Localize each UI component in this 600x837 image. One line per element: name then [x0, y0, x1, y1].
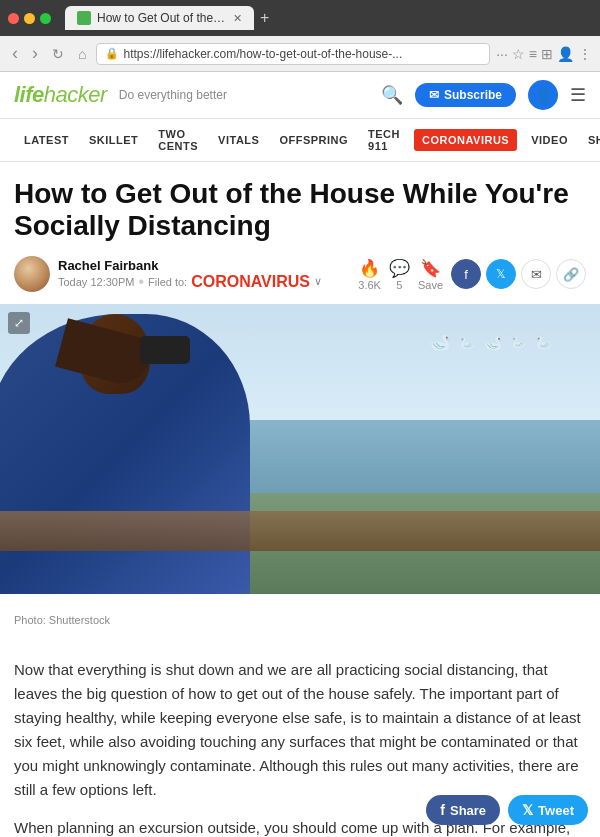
nav-skillet[interactable]: SKILLET: [79, 125, 148, 155]
share-icons: f 𝕏 ✉ 🔗: [451, 259, 586, 289]
subscribe-label: Subscribe: [444, 88, 502, 102]
subscribe-button[interactable]: ✉ Subscribe: [415, 83, 516, 107]
likes-block: 🔥 3.6K: [358, 258, 381, 291]
tab-close-button[interactable]: ✕: [233, 12, 242, 25]
address-bar[interactable]: 🔒 https://lifehacker.com/how-to-get-out-…: [96, 43, 490, 65]
photo-credit: Photo: Shutterstock: [14, 610, 586, 634]
logo-text: life: [14, 82, 44, 107]
body-paragraph-1: Now that everything is shut down and we …: [14, 658, 586, 802]
fence-rail: [0, 511, 600, 551]
browser-chrome: How to Get Out of the House W ✕ + ‹ › ↻ …: [0, 0, 600, 72]
minimize-button[interactable]: [24, 13, 35, 24]
profile-icon[interactable]: 👤: [557, 46, 574, 62]
author-name[interactable]: Rachel Fairbank: [58, 258, 322, 273]
author-info: Rachel Fairbank Today 12:30PM • Filed to…: [58, 258, 322, 291]
bottom-share-bar: f Share 𝕏 Tweet: [426, 795, 588, 825]
bookmark-save-icon[interactable]: 🔖: [420, 258, 441, 279]
save-block: 🔖 Save: [418, 258, 443, 291]
comments-icon[interactable]: 💬: [389, 258, 410, 279]
likes-count: 3.6K: [358, 279, 381, 291]
user-avatar[interactable]: 👤: [528, 80, 558, 110]
tw-icon: 𝕏: [522, 802, 533, 818]
photo-scene: 🦢 🦢 🦢 🦢 🦢: [0, 304, 600, 594]
save-label: Save: [418, 279, 443, 291]
nav-tech911[interactable]: TECH 911: [358, 119, 410, 161]
filed-to-chevron[interactable]: ∨: [314, 275, 322, 288]
article-image-wrap: 🦢 🦢 🦢 🦢 🦢 ⤢ Photo: Shutterstock: [0, 304, 600, 634]
site-tagline: Do everything better: [119, 88, 369, 102]
refresh-button[interactable]: ↻: [48, 44, 68, 64]
active-tab[interactable]: How to Get Out of the House W ✕: [65, 6, 254, 30]
photo-credit-container: Photo: Shutterstock: [0, 594, 600, 634]
fire-icon[interactable]: 🔥: [359, 258, 380, 279]
nav-coronavirus[interactable]: CORONAVIRUS: [414, 129, 517, 151]
person-area: [0, 304, 348, 594]
browser-toolbar: ‹ › ↻ ⌂ 🔒 https://lifehacker.com/how-to-…: [0, 36, 600, 72]
bottom-twitter-share-button[interactable]: 𝕏 Tweet: [508, 795, 588, 825]
avatar-icon: 👤: [535, 87, 552, 103]
tab-bar: How to Get Out of the House W ✕ +: [57, 6, 592, 30]
nav-two-cents[interactable]: TWO CENTS: [148, 119, 208, 161]
back-button[interactable]: ‹: [8, 41, 22, 66]
site-header: lifehacker Do everything better 🔍 ✉ Subs…: [0, 72, 600, 119]
filed-to-label: Filed to:: [148, 276, 187, 288]
bird-2: 🦢: [460, 336, 475, 350]
author-time-filed: Today 12:30PM • Filed to: CORONAVIRUS ∨: [58, 273, 322, 291]
bird-3: 🦢: [485, 335, 502, 351]
article-title: How to Get Out of the House While You're…: [14, 178, 586, 242]
author-avatar: [14, 256, 50, 292]
hamburger-menu-icon[interactable]: ☰: [570, 84, 586, 106]
nav-latest[interactable]: LATEST: [14, 125, 79, 155]
filed-to-link[interactable]: CORONAVIRUS: [191, 273, 310, 291]
tab-favicon: [77, 11, 91, 25]
facebook-share-button[interactable]: f: [451, 259, 481, 289]
comments-block: 💬 5: [389, 258, 410, 291]
sidebar-icon[interactable]: ⊞: [541, 46, 553, 62]
fb-icon: f: [440, 802, 445, 818]
bird-1: 🦢: [430, 333, 450, 352]
traffic-lights: [8, 13, 51, 24]
binoculars: [140, 336, 190, 364]
home-button[interactable]: ⌂: [74, 44, 90, 64]
logo-text2: hacker: [44, 82, 107, 107]
toolbar-actions: ··· ☆ ≡ ⊞ 👤 ⋮: [496, 46, 592, 62]
forward-button[interactable]: ›: [28, 41, 42, 66]
author-block: Rachel Fairbank Today 12:30PM • Filed to…: [14, 256, 322, 292]
bottom-facebook-share-button[interactable]: f Share: [426, 795, 500, 825]
address-text: https://lifehacker.com/how-to-get-out-of…: [123, 47, 481, 61]
author-time: Today 12:30PM: [58, 276, 134, 288]
nav-shop[interactable]: SHOP: [578, 125, 600, 155]
site-logo[interactable]: lifehacker: [14, 82, 107, 108]
email-share-button[interactable]: ✉: [521, 259, 551, 289]
search-icon[interactable]: 🔍: [381, 84, 403, 106]
menu-icon[interactable]: ⋮: [578, 46, 592, 62]
bookmark-icon[interactable]: ☆: [512, 46, 525, 62]
comments-count: 5: [396, 279, 402, 291]
author-avatar-image: [14, 256, 50, 292]
expand-image-button[interactable]: ⤢: [8, 312, 30, 334]
nav-offspring[interactable]: OFFSPRING: [269, 125, 358, 155]
extensions-icon[interactable]: ···: [496, 46, 508, 62]
new-tab-button[interactable]: +: [260, 9, 269, 27]
twitter-share-button[interactable]: 𝕏: [486, 259, 516, 289]
nav-video[interactable]: VIDEO: [521, 125, 578, 155]
bird-5: 🦢: [536, 335, 552, 350]
site-nav: LATEST SKILLET TWO CENTS VITALS OFFSPRIN…: [0, 119, 600, 162]
meta-actions: 🔥 3.6K 💬 5 🔖 Save f 𝕏 ✉ 🔗: [358, 258, 586, 291]
tab-title: How to Get Out of the House W: [97, 11, 227, 25]
article-meta: Rachel Fairbank Today 12:30PM • Filed to…: [14, 256, 586, 292]
browser-titlebar: How to Get Out of the House W ✕ +: [0, 0, 600, 36]
site-content: lifehacker Do everything better 🔍 ✉ Subs…: [0, 72, 600, 837]
article-image: 🦢 🦢 🦢 🦢 🦢 ⤢: [0, 304, 600, 594]
secure-icon: 🔒: [105, 47, 119, 60]
nav-vitals[interactable]: VITALS: [208, 125, 269, 155]
reader-icon[interactable]: ≡: [529, 46, 537, 62]
maximize-button[interactable]: [40, 13, 51, 24]
tw-share-label: Tweet: [538, 803, 574, 818]
close-button[interactable]: [8, 13, 19, 24]
separator: •: [138, 273, 144, 291]
birds-area: 🦢 🦢 🦢 🦢 🦢: [430, 333, 552, 352]
bird-4: 🦢: [512, 336, 526, 349]
copy-link-button[interactable]: 🔗: [556, 259, 586, 289]
article-container: How to Get Out of the House While You're…: [0, 162, 600, 292]
